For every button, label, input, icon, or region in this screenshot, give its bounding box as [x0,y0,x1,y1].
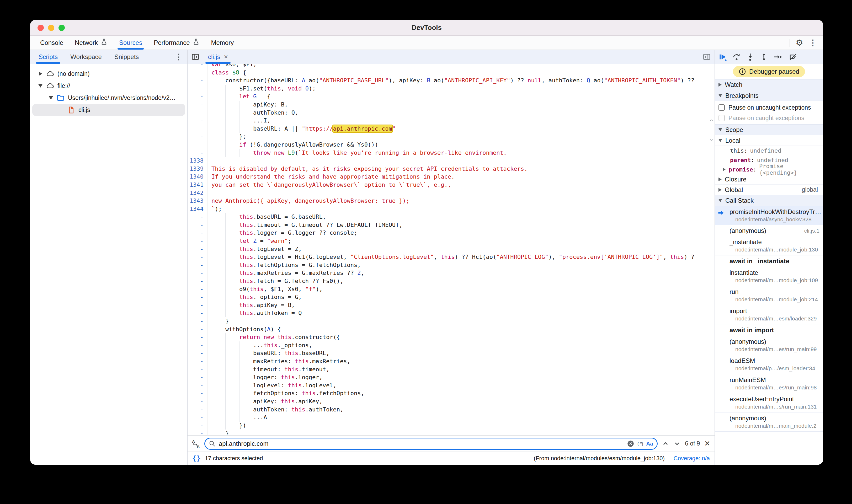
code-line[interactable]: - authToken: this.authToken, [188,406,714,414]
line-gutter[interactable]: - [188,125,208,133]
code-line[interactable]: - this._options = G, [188,293,714,301]
navigator-tab-snippets[interactable]: Snippets [108,50,145,64]
chevron-right-icon[interactable] [36,72,45,76]
callstack-frame[interactable]: (anonymous)node:internal/m…main_module:2 [715,413,823,432]
toggle-debugger-sidebar-icon[interactable] [699,50,714,64]
line-gutter[interactable]: - [188,333,208,341]
line-gutter[interactable]: - [188,390,208,398]
code-line[interactable]: - fetchOptions: this.fetchOptions, [188,390,714,398]
editor-scrollbar-thumb[interactable] [710,120,713,141]
navigator-tab-scripts[interactable]: Scripts [32,50,64,64]
callstack-frame[interactable]: (anonymous)node:internal/m…es/run_main:9… [715,336,823,355]
line-gutter[interactable]: 1343 [188,197,208,205]
line-gutter[interactable]: - [188,430,208,435]
line-gutter[interactable]: - [188,349,208,357]
code-line[interactable]: - this.logLevel = Hc1(G.logLevel, "Clien… [188,253,714,261]
line-gutter[interactable]: - [188,149,208,157]
match-case-toggle[interactable]: Aa [646,440,653,447]
code-line[interactable]: - let G = { [188,93,714,101]
code-line[interactable]: - this.apiKey = B, [188,301,714,309]
callstack-frame[interactable]: (anonymous)cli.js:1 [715,225,823,236]
line-gutter[interactable]: - [188,85,208,93]
line-gutter[interactable]: - [188,277,208,285]
line-gutter[interactable]: - [188,357,208,365]
code-line[interactable]: - } [188,430,714,435]
code-line[interactable]: - }) [188,422,714,430]
line-gutter[interactable]: - [188,373,208,381]
pretty-print-icon[interactable]: {} [192,454,201,462]
line-gutter[interactable]: - [188,133,208,141]
resume-script-button[interactable] [717,51,729,62]
code-line[interactable]: - ...I, [188,117,714,125]
callstack-frame[interactable]: loadESMnode:internal/p…/esm_loader:34 [715,355,823,374]
next-match-icon[interactable] [673,440,681,447]
scope-group-global[interactable]: Globalglobal [715,185,823,195]
step-into-button[interactable] [744,51,756,62]
tab-network[interactable]: Network [69,36,113,50]
editor-tab-clijs[interactable]: cli.js × [203,50,233,64]
line-gutter[interactable]: - [188,117,208,125]
tree-item-cli-js[interactable]: cli.js [32,104,185,116]
callstack-frame[interactable]: instantiatenode:internal/m…module_job:10… [715,267,823,286]
coverage-link[interactable]: Coverage: n/a [674,455,710,462]
scope-property-promise[interactable]: promise:Promise {<pending>} [715,165,823,174]
code-line[interactable]: - ...A [188,414,714,422]
line-gutter[interactable]: 1342 [188,189,208,197]
section-scope[interactable]: Scope [715,124,823,135]
deactivate-breakpoints-button[interactable] [787,51,799,62]
section-breakpoints[interactable]: Breakpoints [715,90,823,101]
code-line[interactable]: - apiKey: B, [188,101,714,109]
line-gutter[interactable]: 1341 [188,181,208,189]
minimize-window-button[interactable] [48,25,54,31]
line-gutter[interactable]: - [188,64,208,69]
clear-search-icon[interactable] [627,440,634,447]
code-line[interactable]: -var Xs0, $F1; [188,64,714,69]
line-gutter[interactable]: - [188,398,208,406]
line-gutter[interactable]: - [188,253,208,261]
code-line[interactable]: - maxRetries: this.maxRetries, [188,357,714,365]
tab-memory[interactable]: Memory [206,36,240,50]
navigator-more-icon[interactable]: ⋮ [175,50,187,64]
code-line[interactable]: - this.baseURL = G.baseURL, [188,213,714,221]
replace-toggle-icon[interactable]: AB [192,439,200,448]
code-line[interactable]: - if (!G.dangerouslyAllowBrowser && Ys0(… [188,141,714,149]
line-gutter[interactable]: - [188,221,208,229]
line-gutter[interactable]: - [188,414,208,422]
code-line[interactable]: - logger: this.logger, [188,373,714,381]
line-gutter[interactable]: 1340 [188,173,208,181]
line-gutter[interactable]: - [188,261,208,269]
step-over-button[interactable] [730,51,743,62]
line-gutter[interactable]: - [188,269,208,277]
line-gutter[interactable]: - [188,341,208,349]
code-line[interactable]: - this.authToken = Q [188,309,714,317]
code-line[interactable]: - apiKey: this.apiKey, [188,398,714,406]
line-gutter[interactable]: - [188,285,208,293]
callstack-frame[interactable]: runMainESMnode:internal/m…es/run_main:98 [715,374,823,393]
tab-performance[interactable]: Performance [148,36,205,50]
line-gutter[interactable]: - [188,93,208,101]
code-line[interactable]: - baseURL: this.baseURL, [188,349,714,357]
line-gutter[interactable]: - [188,365,208,374]
code-editor[interactable]: -var Xs0, $F1;-class $8 {- constructor({… [188,64,714,435]
chevron-down-icon[interactable] [47,96,55,100]
code-line[interactable]: - this.fetchOptions = G.fetchOptions, [188,261,714,269]
toggle-navigator-icon[interactable] [188,50,203,64]
line-gutter[interactable]: - [188,109,208,117]
code-line[interactable]: - this.maxRetries = G.maxRetries ?? 2, [188,269,714,277]
tree-item-users-jinhuilee-nvm-versions-node-v2-[interactable]: Users/jinhuilee/.nvm/versions/node/v2… [32,92,185,104]
search-input[interactable]: api.anthropic.com (.*) Aa [205,438,658,450]
zoom-window-button[interactable] [58,25,65,31]
code-line[interactable]: -class $8 { [188,69,714,77]
callstack-frame[interactable]: executeUserEntryPointnode:internal/m…s/r… [715,393,823,413]
previous-match-icon[interactable] [662,440,669,447]
line-gutter[interactable]: - [188,381,208,390]
chevron-down-icon[interactable] [36,84,45,88]
tab-console[interactable]: Console [34,36,69,50]
line-gutter[interactable]: - [188,69,208,77]
close-window-button[interactable] [37,25,44,31]
more-options-icon[interactable]: ⋮ [809,39,817,47]
navigator-tab-workspace[interactable]: Workspace [64,50,108,64]
code-line[interactable]: 1342 [188,189,714,197]
line-gutter[interactable]: - [188,213,208,221]
callstack-frame[interactable]: runnode:internal/m…module_job:214 [715,286,823,305]
